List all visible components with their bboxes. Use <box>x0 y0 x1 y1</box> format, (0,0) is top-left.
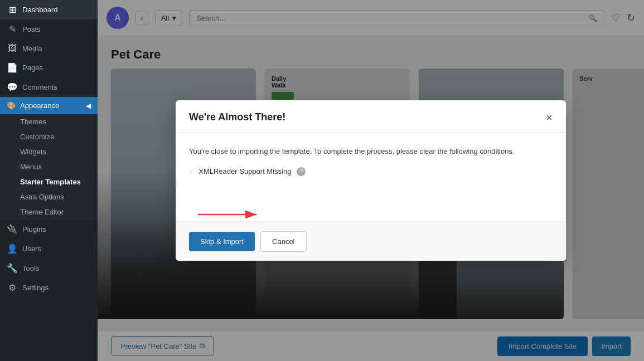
plugins-icon: 🔌 <box>7 224 18 235</box>
modal-header: We're Almost There! × <box>176 100 566 133</box>
sidebar-item-starter-templates[interactable]: Starter Templates <box>0 174 98 189</box>
sidebar-item-settings[interactable]: ⚙ Settings <box>0 278 98 297</box>
settings-icon: ⚙ <box>7 282 18 293</box>
sidebar: ⊞ Dashboard ✎ Posts 🖼 Media 📄 Pages 💬 Co… <box>0 0 98 361</box>
modal-description: You're close to importing the template. … <box>189 146 553 157</box>
chevron-icon: ◀ <box>86 102 91 110</box>
sidebar-item-dashboard[interactable]: ⊞ Dashboard <box>0 0 98 19</box>
posts-icon: ✎ <box>7 24 18 35</box>
sidebar-item-customize[interactable]: Customize <box>0 129 98 144</box>
bullet-icon: ○ <box>189 168 193 175</box>
media-icon: 🖼 <box>7 43 18 53</box>
sidebar-item-media[interactable]: 🖼 Media <box>0 39 98 58</box>
modal-footer: Skip & Import Cancel <box>176 222 566 261</box>
help-icon[interactable]: ? <box>297 167 306 176</box>
sidebar-item-posts[interactable]: ✎ Posts <box>0 19 98 39</box>
modal-overlay: We're Almost There! × You're close to im… <box>98 0 644 361</box>
sidebar-item-widgets[interactable]: Widgets <box>0 144 98 159</box>
condition-text: XMLReader Support Missing <box>198 167 291 175</box>
sidebar-item-menus[interactable]: Menus <box>0 159 98 174</box>
appearance-submenu: Themes Customize Widgets Menus Starter T… <box>0 114 98 219</box>
modal-title: We're Almost There! <box>189 111 285 123</box>
sidebar-item-pages[interactable]: 📄 Pages <box>0 58 98 77</box>
users-icon: 👤 <box>7 243 18 254</box>
sidebar-item-themes[interactable]: Themes <box>0 114 98 129</box>
modal-close-button[interactable]: × <box>546 112 553 123</box>
pages-icon: 📄 <box>7 62 18 73</box>
modal-dialog: We're Almost There! × You're close to im… <box>176 100 566 261</box>
condition-row: ○ XMLReader Support Missing ? <box>189 167 553 176</box>
dashboard-icon: ⊞ <box>7 4 18 15</box>
sidebar-item-astra-options[interactable]: Astra Options <box>0 189 98 204</box>
sidebar-item-tools[interactable]: 🔧 Tools <box>0 258 98 278</box>
sidebar-item-theme-editor[interactable]: Theme Editor <box>0 204 98 219</box>
skip-import-button[interactable]: Skip & Import <box>189 232 255 251</box>
tools-icon: 🔧 <box>7 263 18 274</box>
cancel-button[interactable]: Cancel <box>260 231 306 252</box>
main-content: A ‹ All ▾ 🔍 ♡ ↻ Pet Care DailyWalk <box>98 0 644 361</box>
sidebar-item-comments[interactable]: 💬 Comments <box>0 77 98 97</box>
sidebar-item-plugins[interactable]: 🔌 Plugins <box>0 219 98 239</box>
sidebar-item-users[interactable]: 👤 Users <box>0 239 98 258</box>
sidebar-item-appearance[interactable]: 🎨 Appearance ◀ <box>0 97 98 114</box>
comments-icon: 💬 <box>7 82 18 92</box>
arrow-indicator <box>195 206 262 223</box>
appearance-icon: 🎨 <box>7 101 16 110</box>
